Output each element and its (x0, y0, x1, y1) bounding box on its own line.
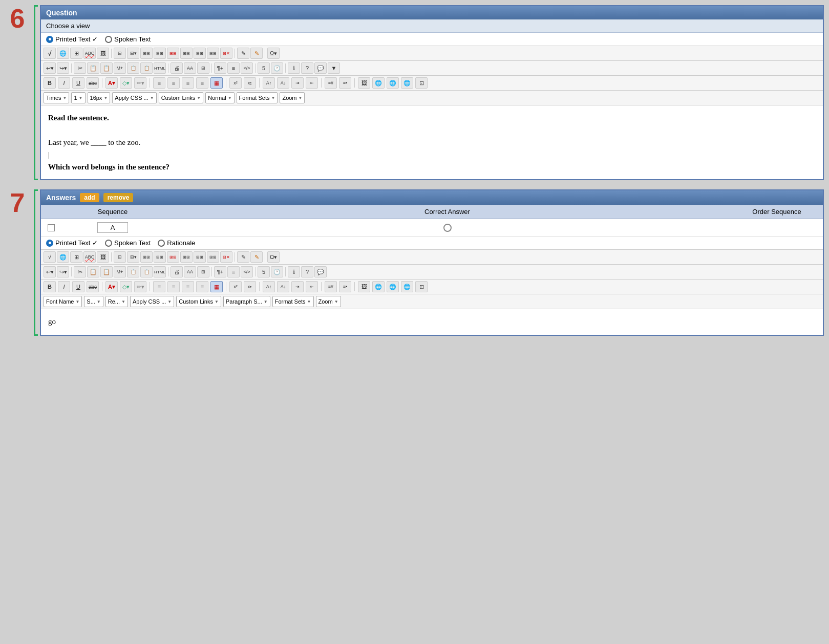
a-align-left-btn[interactable]: ≡ (153, 281, 165, 292)
a-format-btn[interactable]: ✏▾ (134, 281, 146, 292)
undo-btn[interactable]: ↩▾ (44, 62, 56, 74)
a-code-btn[interactable]: </> (241, 266, 253, 277)
list-bullet-btn[interactable]: ≡• (339, 77, 351, 89)
add-badge[interactable]: add (80, 193, 99, 202)
spoken-text-radio[interactable] (105, 36, 112, 43)
edit-btn1[interactable]: ✎ (237, 48, 249, 59)
strikethrough-btn[interactable]: abc (87, 77, 99, 89)
a-row1-btn[interactable]: ⊞⊞ (140, 251, 153, 263)
spoken-text-option[interactable]: Spoken Text (105, 35, 151, 43)
a-subscript-btn[interactable]: x₂ (244, 281, 256, 292)
justify-btn[interactable]: ≡ (227, 62, 240, 74)
a-list-num-btn[interactable]: ≡# (325, 281, 337, 292)
a-indent-dec-btn[interactable]: ⇤ (306, 281, 318, 292)
font-size-up-btn[interactable]: A↑ (263, 77, 275, 89)
table-del-btn[interactable]: ⊟✕ (220, 48, 232, 59)
a-html-btn[interactable]: HTML (154, 266, 166, 277)
a-print-btn[interactable]: 🖨 (171, 266, 183, 277)
a-omega-btn[interactable]: Ω▾ (267, 251, 280, 263)
answers-rationale-radio[interactable] (158, 240, 165, 247)
a-globe-btn[interactable]: 🌐 (57, 251, 69, 263)
table-btn2[interactable]: ⊞⊞ (180, 48, 193, 59)
a-paste2-btn[interactable]: 📋 (127, 266, 139, 277)
a-table-btn[interactable]: ⊞ (70, 251, 82, 263)
link1-btn[interactable]: 🌐 (372, 77, 385, 89)
paste-btn[interactable]: 📋 (100, 62, 113, 74)
image2-btn[interactable]: 🖼 (358, 77, 370, 89)
comment-btn[interactable]: 💬 (314, 62, 327, 74)
superscript-btn[interactable]: x² (229, 77, 242, 89)
align-center-btn[interactable]: ≡ (167, 77, 180, 89)
info-btn[interactable]: ℹ (288, 62, 300, 74)
a-info-btn[interactable]: ℹ (288, 266, 300, 277)
a-justify-btn[interactable]: ≡ (227, 266, 240, 277)
align-right-btn[interactable]: ≡ (182, 77, 194, 89)
paragraph-dropdown[interactable]: Normal (205, 92, 234, 103)
a-highlight-btn[interactable]: ◇▾ (120, 281, 132, 292)
a-paste-btn[interactable]: 📋 (100, 266, 113, 277)
answers-content[interactable]: go (41, 309, 823, 335)
a-edit1-btn[interactable]: ✎ (237, 251, 249, 263)
answers-spoken-text-radio[interactable] (105, 240, 112, 247)
indent-dec-btn[interactable]: ⇤ (306, 77, 318, 89)
a-cut-btn[interactable]: ✂ (74, 266, 86, 277)
a-row2-btn[interactable]: ⊞⊞ (154, 251, 166, 263)
a-col1-btn[interactable]: ⊞⊞ (180, 251, 193, 263)
table-btn[interactable]: ⊞ (70, 48, 82, 59)
indent-inc-btn[interactable]: ⇥ (291, 77, 304, 89)
table-row-btn1[interactable]: ⊞⊞ (140, 48, 153, 59)
a-align-justify-btn[interactable]: ≡ (196, 281, 208, 292)
align-justify-btn[interactable]: ≡ (196, 77, 208, 89)
custom-links-dropdown[interactable]: Custom Links (159, 92, 204, 103)
a-apply-css-dropdown[interactable]: Apply CSS ... (130, 296, 174, 307)
table-row-btn3[interactable]: ⊞⊞ (167, 48, 179, 59)
link2-btn[interactable]: 🌐 (387, 77, 399, 89)
a-link2-btn[interactable]: 🌐 (387, 281, 399, 292)
a-comment-btn[interactable]: 💬 (314, 266, 327, 277)
a-row3-btn[interactable]: ⊞⊞ (167, 251, 179, 263)
a-para-btn[interactable]: ¶+ (214, 266, 226, 277)
a-font-size-short-dropdown[interactable]: S... (84, 296, 103, 307)
globe-btn[interactable]: 🌐 (57, 48, 69, 59)
underline-btn[interactable]: U (72, 77, 84, 89)
a-format-sets-dropdown[interactable]: Format Sets (272, 296, 314, 307)
a-sqrt-btn[interactable]: √ (44, 251, 56, 263)
arrow-down-btn[interactable]: ▼ (328, 62, 340, 74)
a-italic-btn[interactable]: I (58, 281, 70, 292)
sqrt-btn[interactable]: √ (44, 48, 56, 59)
a-image2-btn[interactable]: 🖼 (358, 281, 370, 292)
a-strikethrough-btn[interactable]: abc (87, 281, 99, 292)
a-border-btn[interactable]: ⊡ (415, 281, 428, 292)
a-table-insert-btn[interactable]: ⊟ (114, 251, 126, 263)
a-clock-btn[interactable]: 🕐 (271, 266, 283, 277)
remove-badge[interactable]: remove (103, 193, 134, 202)
font-color-btn[interactable]: A▾ (105, 77, 118, 89)
a-spellcheck-btn[interactable]: ABC (83, 251, 96, 263)
a-find-btn[interactable]: AA (184, 266, 196, 277)
a-paste-m-btn[interactable]: M+ (114, 266, 126, 277)
a-image-btn[interactable]: 🖼 (97, 251, 109, 263)
a-list-bullet-btn[interactable]: ≡• (339, 281, 351, 292)
edit-btn2[interactable]: ✎ (250, 48, 263, 59)
a-font-down-btn[interactable]: A↓ (277, 281, 289, 292)
paste2-btn[interactable]: 📋 (127, 62, 139, 74)
correct-answer-radio[interactable] (443, 224, 452, 232)
a-font-re-dropdown[interactable]: Re... (105, 296, 128, 307)
a-highlight-active-btn[interactable]: ▦ (210, 281, 223, 292)
table-col-btn[interactable]: ⊞▾ (127, 48, 139, 59)
image-btn[interactable]: 🖼 (97, 48, 109, 59)
a-align-center-btn[interactable]: ≡ (167, 281, 180, 292)
table-insert-btn[interactable]: ⊟ (114, 48, 126, 59)
a-underline-btn[interactable]: U (72, 281, 84, 292)
highlight-btn[interactable]: ◇▾ (120, 77, 132, 89)
paste-html-btn[interactable]: HTML (154, 62, 166, 74)
table2-btn[interactable]: ⊞ (197, 62, 209, 74)
a-link1-btn[interactable]: 🌐 (372, 281, 385, 292)
format-sets-dropdown[interactable]: Format Sets (237, 92, 278, 103)
font-dropdown[interactable]: Times (44, 92, 69, 103)
highlight-active-btn[interactable]: ▦ (210, 77, 223, 89)
apply-css-dropdown[interactable]: Apply CSS ... (112, 92, 156, 103)
a-paste3-btn[interactable]: 📋 (140, 266, 153, 277)
a-zoom-dropdown[interactable]: Zoom (316, 296, 341, 307)
align-left-btn[interactable]: ≡ (153, 77, 165, 89)
